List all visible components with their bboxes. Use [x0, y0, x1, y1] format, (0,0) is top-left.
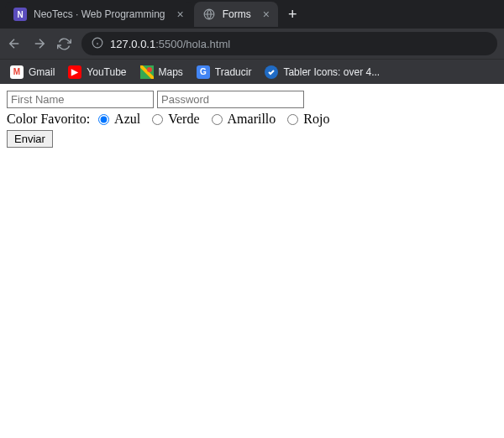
bookmark-label: Traducir: [215, 66, 252, 78]
bookmark-label: Gmail: [29, 66, 55, 78]
tabler-icon: [265, 65, 278, 79]
close-icon[interactable]: ×: [177, 8, 184, 21]
svg-point-5: [147, 67, 152, 72]
browser-chrome: N NeoTecs · Web Programming × Forms × +: [0, 0, 504, 84]
form: Color Favorito: Azul Verde Amarillo Rojo…: [7, 91, 497, 148]
bookmark-gmail[interactable]: M Gmail: [10, 65, 55, 79]
back-icon[interactable]: [7, 36, 22, 51]
maps-icon: [140, 65, 154, 79]
label-azul: Azul: [114, 112, 140, 127]
radio-verde[interactable]: [152, 114, 163, 125]
submit-button[interactable]: Enviar: [7, 130, 53, 148]
tab-forms[interactable]: Forms ×: [194, 2, 278, 27]
url-text: 127.0.0.1:5500/hola.html: [110, 38, 230, 50]
label-verde: Verde: [168, 112, 199, 127]
reload-icon[interactable]: [57, 37, 71, 51]
tabs-bar: N NeoTecs · Web Programming × Forms × +: [0, 0, 504, 29]
bookmarks-bar: M Gmail ▶ YouTube Maps G Traducir Tabler…: [0, 59, 504, 84]
gmail-icon: M: [10, 65, 24, 79]
bookmark-maps[interactable]: Maps: [140, 65, 183, 79]
color-label: Color Favorito:: [7, 112, 90, 127]
bookmark-label: Maps: [159, 66, 183, 78]
tab-title: Forms: [223, 8, 251, 20]
password-input[interactable]: [157, 91, 304, 108]
translate-icon: G: [197, 65, 210, 79]
radio-amarillo[interactable]: [212, 114, 223, 125]
bookmark-tabler[interactable]: Tabler Icons: over 4...: [265, 65, 380, 79]
tab-title: NeoTecs · Web Programming: [34, 8, 165, 20]
first-name-input[interactable]: [7, 91, 154, 108]
address-bar[interactable]: 127.0.0.1:5500/hola.html: [81, 32, 497, 55]
tab-neotecs[interactable]: N NeoTecs · Web Programming ×: [5, 2, 192, 27]
favicon-globe-icon: [202, 8, 216, 21]
page-content: Color Favorito: Azul Verde Amarillo Rojo…: [0, 84, 504, 154]
new-tab-button[interactable]: +: [280, 6, 306, 23]
label-rojo: Rojo: [303, 112, 329, 127]
forward-icon[interactable]: [32, 36, 47, 51]
favicon-neotecs-icon: N: [13, 8, 27, 21]
bookmark-label: YouTube: [87, 66, 126, 78]
radio-azul[interactable]: [98, 114, 109, 125]
radio-rojo[interactable]: [287, 114, 298, 125]
label-amarillo: Amarillo: [228, 112, 276, 127]
nav-bar: 127.0.0.1:5500/hola.html: [0, 29, 504, 59]
bookmark-translate[interactable]: G Traducir: [197, 65, 252, 79]
bookmark-label: Tabler Icons: over 4...: [283, 66, 380, 78]
close-icon[interactable]: ×: [263, 8, 270, 21]
youtube-icon: ▶: [68, 65, 81, 79]
bookmark-youtube[interactable]: ▶ YouTube: [68, 65, 126, 79]
info-icon: [92, 37, 103, 51]
